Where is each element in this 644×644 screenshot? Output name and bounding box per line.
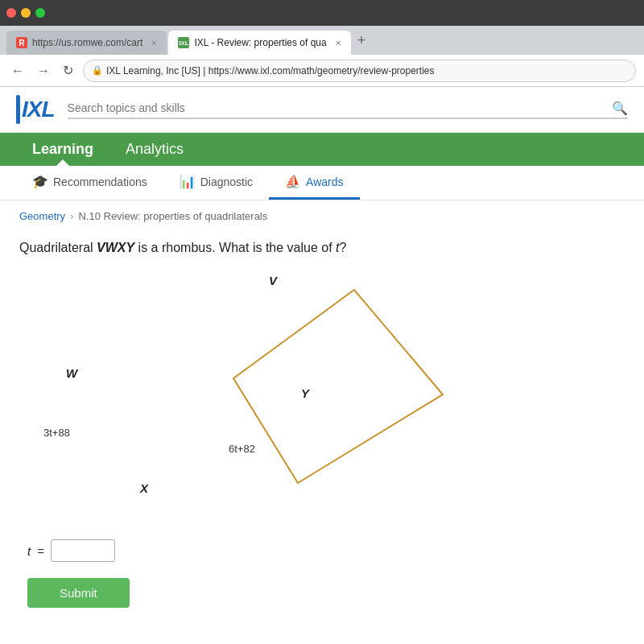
vertex-w: W [66,366,77,380]
maximize-traffic-light[interactable] [35,8,45,18]
address-bar-row: ← → ↻ 🔒 IXL Learning, Inc [US] | https:/… [0,55,644,87]
lock-icon: 🔒 [92,65,103,76]
question-middle: is a rhombus. What is the value of [134,241,336,254]
nav-analytics[interactable]: Analytics [109,133,200,166]
diagram-container: V W X Y 3t+88 6t+82 [19,274,625,523]
submit-button[interactable]: Submit [27,578,130,608]
tab-romwe-close[interactable]: ✕ [151,39,157,47]
nav-learning-label: Learning [32,141,93,157]
sub-nav-awards[interactable]: ⛵ Awards [269,166,359,200]
sub-nav-diagnostic-label: Diagnostic [200,175,253,188]
svg-marker-0 [233,290,443,483]
tab-ixl-label: IXL - Review: properties of qua [194,37,326,48]
vertex-v: V [269,274,277,287]
diagnostic-icon: 📊 [180,174,196,189]
title-bar [0,0,644,26]
ixl-logo-bar [16,95,20,124]
breadcrumb: Geometry › N.10 Review: properties of qu… [0,200,644,225]
rhombus-diagram [169,274,475,523]
nav-bar: Learning Analytics [0,133,644,166]
browser-frame: R https://us.romwe.com/cart ✕ IXL IXL - … [0,0,644,644]
forward-button[interactable]: → [34,62,53,80]
left-side-label: 3t+88 [43,427,70,439]
romwe-favicon: R [16,37,27,48]
sub-nav: 🎓 Recommendations 📊 Diagnostic ⛵ Awards [0,166,644,200]
search-input[interactable] [68,101,605,114]
tab-ixl-close[interactable]: ✕ [335,39,341,47]
answer-variable: t [27,544,31,558]
vertex-y: Y [301,386,309,400]
breadcrumb-parent[interactable]: Geometry [19,210,65,222]
question-end: ? [340,241,347,254]
ixl-logo[interactable]: IXL [16,95,55,124]
tab-bar: R https://us.romwe.com/cart ✕ IXL IXL - … [0,26,644,55]
address-text: IXL Learning, Inc [US] | https://www.ixl… [106,65,435,76]
ixl-logo-text: IXL [22,97,55,122]
address-bar[interactable]: 🔒 IXL Learning, Inc [US] | https://www.i… [83,60,636,82]
vertex-x: X [140,481,148,495]
question-text: Quadrilateral VWXY is a rhombus. What is… [19,238,625,258]
answer-input[interactable] [51,539,115,562]
right-side-label: 6t+82 [229,443,255,455]
tab-ixl[interactable]: IXL IXL - Review: properties of qua ✕ [168,31,350,55]
search-container: 🔍 [68,101,628,119]
ixl-header: IXL 🔍 [0,87,644,133]
nav-learning[interactable]: Learning [16,133,109,166]
minimize-traffic-light[interactable] [21,8,31,18]
back-button[interactable]: ← [8,62,27,80]
close-traffic-light[interactable] [6,8,16,18]
sub-nav-diagnostic[interactable]: 📊 Diagnostic [163,166,269,200]
tab-romwe[interactable]: R https://us.romwe.com/cart ✕ [6,31,167,55]
breadcrumb-separator: › [70,210,73,222]
recommendations-icon: 🎓 [32,174,48,189]
ixl-favicon: IXL [178,37,189,48]
breadcrumb-current: N.10 Review: properties of quadrilateral… [78,210,267,222]
search-icon[interactable]: 🔍 [612,101,628,116]
new-tab-button[interactable]: + [353,32,371,49]
question-prefix: Quadrilateral [19,241,97,254]
nav-analytics-label: Analytics [126,141,184,157]
page-content: IXL 🔍 Learning Analytics 🎓 Recommendatio… [0,87,644,644]
sub-nav-recommendations[interactable]: 🎓 Recommendations [16,166,163,200]
refresh-button[interactable]: ↻ [60,61,76,80]
tab-romwe-label: https://us.romwe.com/cart [32,37,142,48]
question-shape: VWXY [97,241,134,254]
main-content: Quadrilateral VWXY is a rhombus. What is… [0,225,644,644]
answer-row: t = [19,539,625,562]
awards-icon: ⛵ [285,174,301,189]
sub-nav-awards-label: Awards [306,175,343,188]
answer-equals: = [37,544,44,558]
sub-nav-recommendations-label: Recommendations [53,175,147,188]
